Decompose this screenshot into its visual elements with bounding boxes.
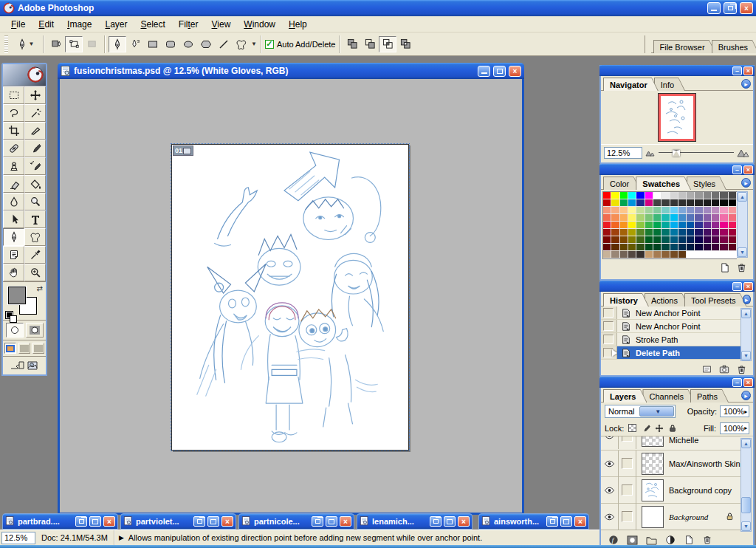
swatch[interactable] — [687, 199, 695, 207]
rounded-rectangle-button[interactable] — [162, 36, 179, 52]
scroll-up-icon[interactable]: ▲ — [738, 192, 747, 202]
history-snapshot-well[interactable] — [601, 346, 617, 359]
new-snapshot-button[interactable] — [718, 364, 730, 374]
swatch[interactable] — [603, 192, 611, 199]
menu-layer[interactable]: Layer — [98, 17, 134, 32]
delete-state-button[interactable] — [736, 364, 747, 375]
swatch[interactable] — [645, 236, 653, 244]
swatch[interactable] — [653, 222, 662, 229]
swatch[interactable] — [678, 244, 687, 251]
swatch[interactable] — [620, 229, 628, 236]
swatch[interactable] — [729, 214, 737, 222]
swatch[interactable] — [678, 229, 687, 236]
polygon-button[interactable] — [197, 36, 215, 52]
swatch[interactable] — [662, 199, 670, 207]
restore-button[interactable] — [546, 516, 558, 527]
menu-help[interactable]: Help — [282, 17, 314, 32]
swatch[interactable] — [653, 192, 662, 199]
swatch[interactable] — [695, 244, 703, 251]
link-well[interactable] — [619, 436, 636, 449]
tab-history[interactable]: History — [603, 293, 649, 306]
swatch[interactable] — [603, 244, 611, 251]
swatch[interactable] — [670, 192, 678, 199]
layer-style-button[interactable]: f — [608, 535, 619, 545]
lock-transparency-toggle[interactable] — [628, 423, 637, 433]
zoom-out-icon[interactable] — [645, 148, 656, 157]
swatch[interactable] — [620, 222, 628, 229]
history-scrollbar[interactable]: ▲ ▼ — [740, 308, 752, 361]
swatch[interactable] — [670, 207, 678, 214]
swatch[interactable] — [695, 222, 703, 229]
tab-info[interactable]: Info — [654, 78, 685, 91]
canvas-page[interactable]: 01 — [171, 144, 409, 451]
navigator-thumbnail[interactable] — [659, 94, 695, 141]
foreground-color[interactable] — [8, 287, 26, 304]
layers-titlebar[interactable]: – × — [599, 377, 755, 388]
menu-view[interactable]: View — [205, 17, 238, 32]
menu-image[interactable]: Image — [61, 17, 98, 32]
palette-menu-button[interactable]: ▸ — [741, 79, 751, 89]
adjustment-layer-button[interactable] — [665, 535, 676, 545]
swatch[interactable] — [678, 222, 687, 229]
restore-button[interactable] — [312, 516, 323, 527]
tool-preset-picker[interactable]: ▼ — [11, 36, 39, 52]
history-snapshot-well[interactable] — [601, 333, 617, 346]
visibility-toggle[interactable] — [601, 504, 619, 530]
swatch[interactable] — [729, 222, 737, 229]
zoom-in-icon[interactable] — [737, 148, 750, 157]
swatch[interactable] — [662, 192, 670, 199]
swatch[interactable] — [628, 192, 636, 199]
swatch[interactable] — [628, 199, 636, 207]
swatch[interactable] — [636, 222, 645, 229]
palette-menu-button[interactable]: ▸ — [741, 391, 751, 400]
imageready-jump-icon[interactable] — [10, 359, 39, 372]
palette-menu-button[interactable]: ▸ — [741, 178, 751, 188]
swatch[interactable] — [687, 236, 695, 244]
swatch[interactable] — [628, 222, 636, 229]
swatch[interactable] — [611, 192, 619, 199]
lock-position-toggle[interactable] — [654, 423, 664, 433]
swatch[interactable] — [620, 207, 628, 214]
history-state-row[interactable]: New Anchor Point — [601, 320, 740, 333]
minimized-window-partbrad[interactable]: partbrad....× — [2, 513, 118, 530]
magic-wand-tool[interactable] — [24, 104, 46, 122]
swatches-titlebar[interactable]: – × — [599, 164, 755, 175]
opacity-field[interactable]: 100%▸ — [720, 405, 749, 417]
lasso-tool[interactable] — [3, 104, 24, 122]
history-state-row[interactable]: Stroke Path — [601, 333, 740, 346]
doc-minimize-button[interactable] — [478, 66, 490, 77]
swatch[interactable] — [704, 244, 712, 251]
paths-button[interactable] — [65, 36, 83, 52]
pen-tool[interactable] — [3, 228, 24, 246]
tab-tool-presets[interactable]: Tool Presets — [684, 293, 747, 306]
history-state-row[interactable]: New Anchor Point — [601, 306, 740, 320]
swatch[interactable] — [653, 199, 662, 207]
swatch[interactable] — [678, 236, 687, 244]
rectangle-button[interactable] — [144, 36, 162, 52]
swatch[interactable] — [678, 199, 687, 207]
swatch[interactable] — [628, 207, 636, 214]
swatches-scrollbar[interactable]: ▲ ▼ — [737, 191, 748, 258]
swatch[interactable] — [678, 214, 687, 222]
doc-close-button[interactable]: × — [509, 66, 521, 77]
swatch[interactable] — [603, 199, 611, 207]
link-well[interactable] — [619, 504, 636, 530]
lock-paint-toggle[interactable] — [641, 423, 650, 433]
swatch[interactable] — [620, 199, 628, 207]
add-to-shape-button[interactable] — [343, 36, 361, 52]
swatch[interactable] — [720, 214, 728, 222]
notes-tool[interactable] — [3, 246, 24, 264]
swatch[interactable] — [729, 229, 737, 236]
status-zoom-field[interactable] — [1, 532, 35, 544]
quick-mask-button[interactable] — [26, 323, 44, 338]
swatch[interactable] — [729, 236, 737, 244]
swatch[interactable] — [687, 229, 695, 236]
toolbox-banner[interactable] — [3, 64, 46, 86]
default-colors-icon[interactable] — [6, 312, 13, 318]
swatch[interactable] — [670, 236, 678, 244]
paint-bucket-tool[interactable] — [24, 175, 46, 193]
swatch[interactable] — [653, 251, 662, 258]
maximize-button[interactable] — [326, 516, 337, 527]
maximize-button[interactable] — [207, 516, 219, 527]
scroll-down-icon[interactable]: ▼ — [741, 351, 751, 360]
